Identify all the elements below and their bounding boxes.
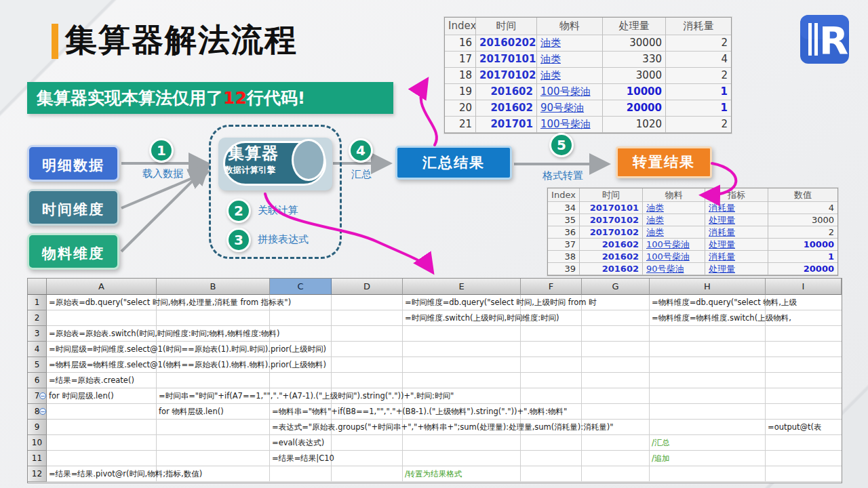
cell-time: 20170102: [580, 214, 643, 226]
material-link[interactable]: 90号柴油: [540, 102, 584, 114]
cell-indicator: 消耗量: [705, 251, 768, 263]
cell-index: 36: [548, 226, 580, 239]
sheet-row-header[interactable]: 6−: [28, 373, 47, 388]
sheet-row-header[interactable]: 11−: [28, 451, 47, 466]
sheet-corner-cell[interactable]: [28, 279, 47, 295]
collapse-minus-icon[interactable]: −: [39, 392, 46, 399]
sheet-column-header[interactable]: A: [47, 279, 157, 295]
cell-indicator: 处理量: [705, 239, 768, 251]
material-link[interactable]: 油类: [646, 227, 664, 237]
sheet-column-header[interactable]: D: [332, 279, 403, 295]
col-header-index[interactable]: Index: [548, 188, 580, 202]
material-link[interactable]: 100号柴油: [540, 118, 591, 130]
row-number: 6: [35, 375, 40, 385]
table-row: 34 20170101 油类 消耗量 4: [548, 202, 837, 214]
sheet-cell[interactable]: /汇总: [650, 435, 840, 451]
sheet-cell[interactable]: =结果=原始表.create(): [47, 373, 840, 388]
sheet-cell[interactable]: =原始表=db.query("select 时间,物料,处理量,消耗量 from…: [47, 295, 401, 310]
sheet-cell[interactable]: =结果=结果|C10: [270, 451, 648, 466]
sheet-cell[interactable]: =时间维度=db.query("select 时间,上级时间 from 时: [403, 295, 648, 310]
material-link[interactable]: 油类: [646, 215, 664, 225]
cell-process-qty: 3000: [603, 68, 666, 84]
row-number: 12: [32, 469, 42, 479]
cell-index: 39: [548, 263, 580, 275]
col-header-indicator[interactable]: 指标: [705, 188, 768, 202]
sheet-cell[interactable]: =表达式="原始表.groups("+时间串+","+物料串+";sum(处理量…: [270, 420, 764, 435]
col-header-material[interactable]: 物料: [537, 18, 603, 35]
sheet-row-header[interactable]: 5−: [28, 357, 47, 373]
cell-material: 100号柴油: [643, 239, 705, 251]
col-header-time[interactable]: 时间: [476, 18, 537, 35]
material-link[interactable]: 100号柴油: [540, 85, 591, 98]
esproc-spreadsheet: A B C D E F G H I 1− 2−: [27, 278, 842, 483]
sheet-cell[interactable]: =物料层级=物料维度.select@1(物料==原始表(1).物料.物料).pr…: [47, 357, 840, 373]
col-header-material[interactable]: 物料: [643, 188, 705, 202]
sheet-row-header[interactable]: 3−: [28, 326, 47, 342]
row-number: 1: [35, 298, 40, 307]
indicator-link[interactable]: 处理量: [709, 215, 735, 225]
sheet-cell[interactable]: =时间维度.switch(上级时间,时间维度:时间): [403, 310, 648, 326]
sheet-cell[interactable]: =原始表=原始表.switch(时间,时间维度:时间;物料,物料维度:物料): [47, 326, 840, 342]
material-link[interactable]: 油类: [540, 53, 561, 65]
sheet-cell[interactable]: =物料维度=物料维度.switch(上级物料,: [650, 310, 840, 326]
table-header-row: Index 时间 物料 处理量 消耗量: [445, 18, 731, 35]
cell-index: 35: [548, 214, 580, 226]
sheet-cell[interactable]: for 时间层级.len(): [47, 388, 155, 404]
sheet-cell[interactable]: for 物料层级.len(): [157, 404, 269, 420]
material-link[interactable]: 100号柴油: [646, 251, 690, 262]
cell-material: 90号柴油: [537, 100, 603, 117]
material-link[interactable]: 油类: [540, 37, 561, 49]
indicator-link[interactable]: 消耗量: [709, 251, 735, 262]
col-header-index[interactable]: Index: [445, 18, 476, 35]
sheet-column-header[interactable]: F: [521, 279, 582, 295]
sheet-row-header[interactable]: 9−: [28, 420, 47, 435]
cell-material: 油类: [643, 226, 705, 239]
indicator-link[interactable]: 消耗量: [709, 227, 735, 237]
cell-time: 201701: [476, 117, 537, 133]
material-link[interactable]: 90号柴油: [646, 264, 684, 274]
sheet-grid[interactable]: =原始表=db.query("select 时间,物料,处理量,消耗量 from…: [47, 295, 842, 482]
sheet-column-header[interactable]: I: [766, 279, 842, 295]
sheet-column-header[interactable]: H: [650, 279, 766, 295]
material-link[interactable]: 油类: [540, 69, 561, 81]
sheet-cell[interactable]: =结果=结果.pivot@r(时间,物料;指标,数值): [47, 466, 401, 482]
sheet-column-header[interactable]: E: [403, 279, 521, 295]
cell-time: 20170102: [580, 226, 643, 239]
sheet-cell[interactable]: =时间串="时间"+if(A7==1,"","."+(A7-1).("上级时间"…: [157, 388, 840, 404]
indicator-link[interactable]: 处理量: [709, 239, 735, 249]
cell-consume-qty: 2: [666, 35, 731, 52]
table-row: 17 20170101 油类 330 4: [445, 52, 731, 68]
sheet-column-header[interactable]: C: [270, 279, 332, 295]
material-link[interactable]: 100号柴油: [646, 239, 690, 249]
engine-title: 集算器: [228, 142, 279, 164]
sheet-cell[interactable]: =物料维度=db.query("select 物料,上级: [650, 295, 840, 310]
title-accent-bar: [52, 24, 58, 59]
material-link[interactable]: 油类: [646, 203, 664, 213]
sheet-row-header[interactable]: 10−: [28, 435, 47, 451]
sheet-cell[interactable]: =output@t(表: [766, 420, 840, 435]
indicator-link[interactable]: 消耗量: [709, 203, 735, 213]
cell-time: 201602: [580, 251, 643, 263]
sheet-column-header-row: A B C D E F G H I: [28, 279, 842, 295]
sheet-column-header[interactable]: G: [582, 279, 650, 295]
col-header-consume-qty[interactable]: 消耗量: [666, 18, 731, 35]
sheet-cell[interactable]: /转置为结果格式: [403, 466, 840, 482]
sheet-cell[interactable]: =eval(表达式): [270, 435, 648, 451]
cell-consume-qty: 4: [666, 52, 731, 68]
sheet-row-header[interactable]: 4−: [28, 342, 47, 357]
sheet-cell[interactable]: =时间层级=时间维度.select@1(时间==原始表(1).时间.时间).pr…: [47, 342, 840, 357]
col-header-value[interactable]: 数值: [768, 188, 837, 202]
sheet-row-header[interactable]: 8−: [28, 404, 47, 420]
sheet-row-header[interactable]: 7−: [28, 388, 47, 404]
sheet-cell[interactable]: /追加: [650, 451, 840, 466]
sheet-cell[interactable]: =物料串="物料"+if(B8==1,"","."+(B8-1).("上级物料"…: [270, 404, 840, 420]
sheet-row-header[interactable]: 1−: [28, 295, 47, 310]
sheet-column-header[interactable]: B: [157, 279, 270, 295]
col-header-time[interactable]: 时间: [580, 188, 643, 202]
indicator-link[interactable]: 处理量: [709, 264, 735, 274]
table-row: 38 201602 100号柴油 消耗量 1: [548, 251, 837, 263]
collapse-minus-icon[interactable]: −: [39, 408, 46, 415]
col-header-process-qty[interactable]: 处理量: [603, 18, 666, 35]
sheet-row-header[interactable]: 12−: [28, 466, 47, 482]
sheet-row-header[interactable]: 2−: [28, 310, 47, 326]
